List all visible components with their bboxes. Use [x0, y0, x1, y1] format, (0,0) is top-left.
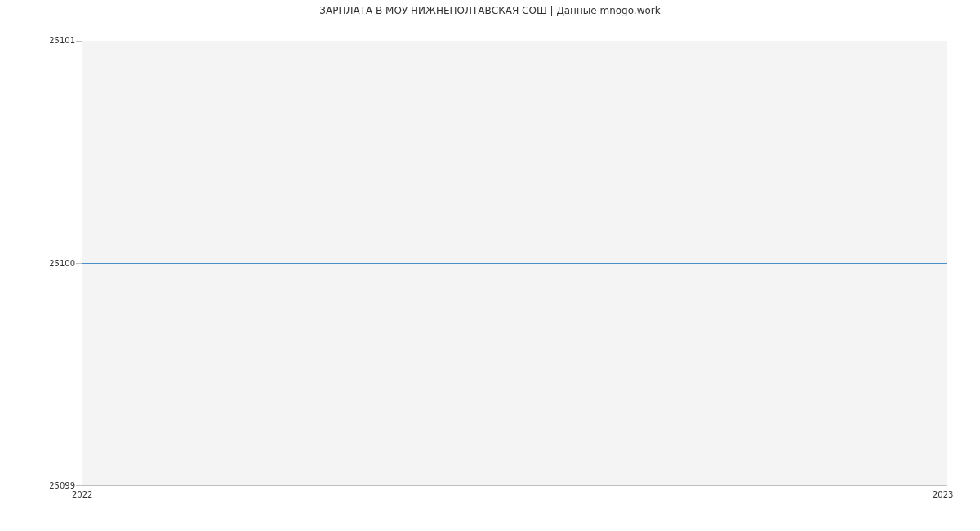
x-tick-label: 2023 — [933, 490, 953, 499]
y-tick — [76, 485, 82, 486]
y-tick-label: 25101 — [10, 36, 75, 45]
y-tick — [76, 41, 82, 42]
x-tick-label: 2022 — [72, 490, 92, 499]
y-tick — [76, 263, 82, 264]
y-tick-label: 25100 — [10, 259, 75, 268]
series-line — [82, 263, 947, 264]
chart-container: ЗАРПЛАТА В МОУ НИЖНЕПОЛТАВСКАЯ СОШ | Дан… — [0, 0, 980, 531]
chart-title: ЗАРПЛАТА В МОУ НИЖНЕПОЛТАВСКАЯ СОШ | Дан… — [0, 5, 980, 16]
y-tick-label: 25099 — [10, 481, 75, 490]
